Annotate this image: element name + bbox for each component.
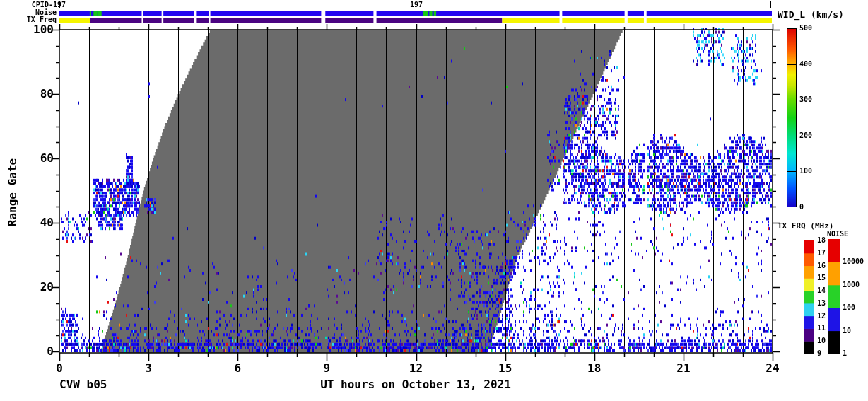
y-tick-label: 100 — [33, 24, 54, 35]
wid-colorbar-title: WID_L (km/s) — [778, 10, 844, 19]
txfrq-scale-label: 18 — [817, 237, 826, 244]
txfrq-scale-label: 9 — [817, 350, 821, 357]
x-tick-label: 21 — [676, 363, 690, 374]
rti-plot-page: CPID-197 197 Noise TX Freq WID_L (km/s) … — [0, 0, 868, 401]
txfrq-colorbar-title: TX FRQ (MHz) — [778, 222, 833, 230]
rti-plot-canvas — [0, 0, 868, 401]
y-tick-label: 60 — [40, 153, 54, 164]
cpid-row-label: CPID-197 — [32, 1, 66, 8]
noise-scale-label: 10000 — [843, 258, 864, 265]
txfrq-scale-label: 11 — [817, 325, 826, 332]
x-tick-label: 9 — [324, 363, 331, 374]
wid-scale-label: 500 — [799, 25, 812, 32]
wid-scale-label: 0 — [799, 204, 804, 211]
x-tick-label: 24 — [766, 363, 779, 374]
txfrq-scale-label: 17 — [817, 250, 826, 257]
y-tick-label: 80 — [40, 88, 54, 100]
txfrq-scale-label: 14 — [817, 287, 826, 294]
x-tick-label: 12 — [409, 363, 423, 374]
cpid-mid-value: 197 — [410, 1, 423, 8]
noise-scale-label: 10 — [843, 327, 851, 335]
x-tick-label: 18 — [587, 363, 601, 374]
wid-scale-label: 400 — [799, 61, 812, 68]
txfrq-scale-label: 13 — [817, 300, 826, 307]
noise-scale-label: 1 — [843, 350, 847, 357]
y-tick-label: 40 — [40, 217, 54, 228]
y-tick-label: 0 — [47, 346, 54, 357]
wid-scale-label: 300 — [799, 96, 812, 103]
y-tick-label: 20 — [40, 281, 54, 293]
wid-scale-label: 100 — [799, 168, 812, 175]
txfrq-scale-label: 12 — [817, 313, 826, 320]
noise-scale-label: 100 — [843, 304, 855, 311]
noise-colorbar-title: NOISE — [827, 231, 848, 238]
x-tick-label: 0 — [56, 363, 63, 374]
txfrq-scale-label: 10 — [817, 337, 826, 344]
txfrq-scale-label: 15 — [817, 274, 826, 281]
x-tick-label: 15 — [498, 363, 512, 374]
x-axis-title: UT hours on October 13, 2021 — [320, 379, 511, 390]
station-label: CVW b05 — [59, 379, 107, 390]
x-tick-label: 6 — [234, 363, 241, 374]
x-tick-label: 3 — [145, 363, 152, 374]
y-axis-title: Range Gate — [7, 150, 21, 235]
wid-scale-label: 200 — [799, 132, 812, 139]
noise-scale-label: 1000 — [843, 281, 860, 289]
txfrq-scale-label: 16 — [817, 262, 826, 269]
